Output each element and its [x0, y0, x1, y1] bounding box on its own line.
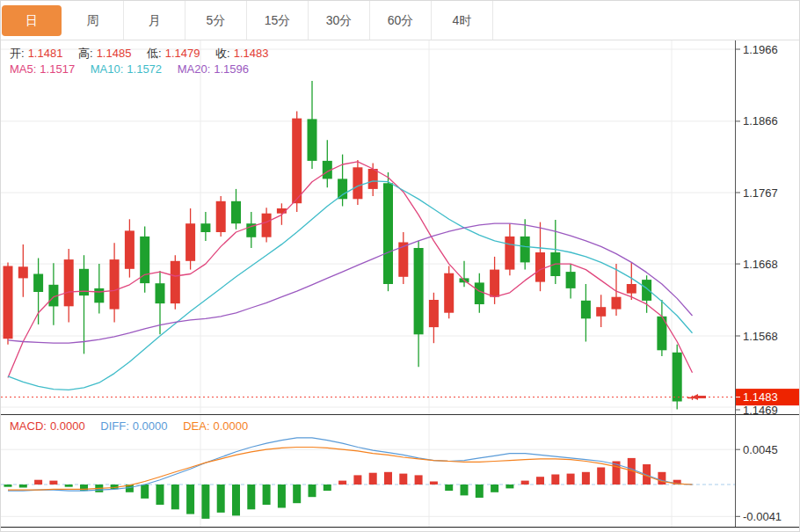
- low-value: 1.1479: [165, 47, 200, 60]
- ma5-value: 1.1517: [40, 62, 75, 76]
- tab-5min[interactable]: 5分: [185, 1, 247, 40]
- ma20-value: 1.1596: [214, 62, 249, 76]
- open-label: 开:: [10, 47, 25, 60]
- svg-text:1.1668: 1.1668: [743, 258, 778, 271]
- dea-value: 0.0000: [214, 419, 249, 433]
- tab-day[interactable]: 日: [2, 5, 62, 36]
- low-label: 低:: [147, 47, 162, 60]
- ohlc-legend: 开:1.1481 高:1.1485 低:1.1479 收:1.1483: [10, 46, 272, 62]
- diff-value: 0.0000: [133, 419, 168, 433]
- ma10-label: MA10:: [91, 62, 124, 76]
- svg-text:1.1767: 1.1767: [743, 186, 778, 200]
- ma10-value: 1.1572: [127, 62, 162, 76]
- open-value: 1.1481: [28, 47, 63, 60]
- trading-chart-window: 日 周 月 5分 15分 30分 60分 4时 1.19661.18661.17…: [0, 0, 800, 532]
- close-value: 1.1483: [234, 47, 269, 60]
- macd-legend: MACD:0.0000 DIFF:0.0000 DEA:0.0000: [10, 419, 251, 433]
- svg-text:0.0045: 0.0045: [743, 443, 778, 456]
- ma20-label: MA20:: [178, 62, 211, 76]
- svg-text:1.1483: 1.1483: [743, 390, 778, 404]
- svg-text:-0.0041: -0.0041: [743, 510, 782, 523]
- tab-week[interactable]: 周: [62, 1, 124, 40]
- macd-label: MACD:: [10, 419, 47, 433]
- close-label: 收:: [215, 47, 230, 60]
- tab-4hour[interactable]: 4时: [432, 1, 493, 40]
- tab-30min[interactable]: 30分: [309, 1, 370, 40]
- tab-15min[interactable]: 15分: [247, 1, 309, 40]
- tab-month[interactable]: 月: [124, 1, 185, 40]
- current-price-marker: [692, 394, 706, 400]
- timeframe-tabbar: 日 周 月 5分 15分 30分 60分 4时: [1, 1, 799, 40]
- dea-label: DEA:: [183, 419, 209, 433]
- price-axis-labels: 1.19661.18661.17671.16681.15681.14690.00…: [735, 43, 782, 523]
- ma5-label: MA5:: [10, 62, 36, 76]
- diff-label: DIFF:: [100, 419, 129, 433]
- high-value: 1.1485: [97, 47, 132, 60]
- ma-legend: MA5:1.1517 MA10:1.1572 MA20:1.1596: [10, 62, 252, 76]
- svg-text:1.1866: 1.1866: [743, 114, 778, 128]
- svg-text:1.1568: 1.1568: [743, 330, 778, 343]
- candles: [4, 81, 698, 410]
- current-price-tag: 1.1483: [736, 389, 799, 405]
- tab-60min[interactable]: 60分: [370, 1, 432, 40]
- high-label: 高:: [78, 47, 93, 60]
- chart-canvas[interactable]: 1.19661.18661.17671.16681.15681.14690.00…: [1, 1, 800, 532]
- svg-text:1.1966: 1.1966: [743, 43, 778, 56]
- macd-value: 0.0000: [50, 419, 85, 433]
